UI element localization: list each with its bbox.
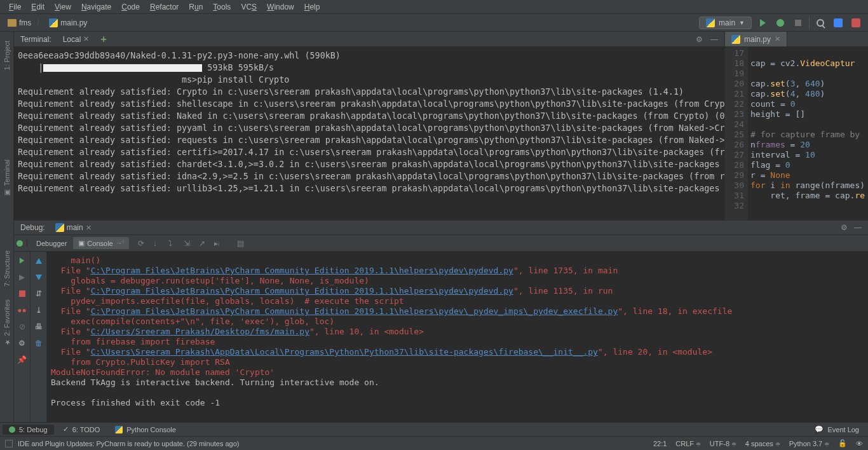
project-tool-tab[interactable]: 1: Project: [2, 37, 12, 74]
menu-refactor[interactable]: Refactor: [146, 1, 182, 13]
ide-action-1[interactable]: [831, 16, 845, 30]
run-config-selector[interactable]: main ▼: [699, 17, 752, 29]
menu-code[interactable]: Code: [118, 1, 144, 13]
editor-body[interactable]: 17181920212223242526272829303132 cap = c…: [725, 47, 868, 220]
clear-button[interactable]: 🗑: [34, 338, 44, 348]
terminal-tool-tab[interactable]: ▣ Terminal: [1, 156, 12, 201]
menu-view[interactable]: View: [51, 1, 75, 13]
favorites-tool-tab[interactable]: ★ 2: Favorites: [1, 296, 12, 350]
caret-position[interactable]: 22:1: [653, 440, 667, 447]
stop-button[interactable]: [17, 289, 27, 299]
evaluate-icon: ▤: [237, 239, 246, 248]
menu-vcs[interactable]: VCS: [237, 1, 261, 13]
print-button[interactable]: 🖶: [34, 322, 44, 332]
terminal-tab-label: Local: [63, 35, 81, 44]
minimize-icon[interactable]: —: [854, 223, 862, 232]
bug-icon: [776, 19, 784, 27]
console-output[interactable]: main() File "C:\Program Files\JetBrains\…: [47, 252, 868, 422]
close-icon[interactable]: ✕: [83, 35, 89, 43]
bottom-tab-python-console[interactable]: Python Console: [109, 425, 182, 435]
debugger-tab-button[interactable]: Debugger: [31, 238, 72, 249]
center-column: Terminal: Local ✕ + ⚙ — 0eea6eeaa9c39ddb…: [14, 32, 868, 422]
down-stack-button[interactable]: [34, 272, 44, 282]
menu-file[interactable]: File: [5, 1, 25, 13]
bottom-tab-event-log[interactable]: 💬 Event Log: [808, 424, 865, 435]
terminal-output[interactable]: 0eea6eeaa9c39ddb89a40/Naked-0.1.31-py2.p…: [14, 47, 724, 220]
step-into-icon: ↓: [153, 239, 162, 248]
progress-bar: [43, 64, 202, 72]
stop-button[interactable]: [791, 16, 805, 30]
step-over-button[interactable]: ⟳: [135, 236, 149, 250]
search-everywhere-button[interactable]: [813, 16, 827, 30]
breadcrumb-file-label: main.py: [60, 18, 87, 27]
scroll-end-button[interactable]: ⤓: [34, 305, 44, 315]
menu-tools[interactable]: Tools: [209, 1, 234, 13]
evaluate-button[interactable]: ▤: [234, 236, 248, 250]
menu-navigate[interactable]: Navigate: [78, 1, 115, 13]
debug-tab-main[interactable]: main ✕: [51, 222, 95, 233]
indent-settings[interactable]: 4 spaces ≑: [745, 440, 780, 447]
debug-body: ▶ ●● ⊘ ⚙ 📌 ⇵ ⤓ 🖶 🗑 main() File "C:\Progr…: [14, 252, 868, 422]
step-into-my-button[interactable]: ⤵: [166, 236, 180, 250]
python-file-icon: [49, 18, 58, 27]
run-to-cursor-button[interactable]: ▸ᵢ: [212, 236, 226, 250]
gear-icon[interactable]: ⚙: [696, 35, 703, 44]
rerun-button[interactable]: [17, 256, 27, 266]
breadcrumb-project-label: fms: [19, 18, 31, 27]
pin-button[interactable]: 📌: [17, 355, 27, 365]
bottom-tab-debug[interactable]: 5: Debug: [3, 425, 54, 435]
line-separator[interactable]: CRLF ≑: [675, 440, 701, 447]
terminal-header: Terminal: Local ✕ + ⚙ —: [14, 32, 724, 47]
settings-button[interactable]: ⚙: [17, 338, 27, 348]
gear-icon[interactable]: ⚙: [841, 223, 848, 232]
resume-button[interactable]: ▶: [17, 272, 27, 282]
action-icon: [851, 18, 860, 27]
status-message[interactable]: IDE and Plugin Updates: PyCharm is ready…: [18, 440, 648, 447]
play-icon: [760, 19, 766, 27]
debug-console-gutter: ⇵ ⤓ 🖶 🗑: [31, 252, 47, 422]
step-into-button[interactable]: ↓: [151, 236, 165, 250]
run-controls: main ▼: [699, 16, 863, 30]
console-tab-button[interactable]: ▣ Console →ⁱ: [73, 237, 128, 249]
breadcrumb-file[interactable]: main.py: [46, 17, 90, 29]
breadcrumb-project[interactable]: fms: [5, 17, 34, 29]
chevron-down-icon: ▼: [739, 20, 745, 26]
menu-help[interactable]: Help: [301, 1, 324, 13]
minimize-icon[interactable]: —: [710, 35, 718, 44]
force-step-button[interactable]: ⇲: [181, 236, 195, 250]
bug-icon: [17, 240, 23, 247]
terminal-tab-local[interactable]: Local ✕: [59, 34, 93, 45]
breadcrumb: fms 〉 main.py: [5, 17, 699, 29]
step-out-button[interactable]: ↗: [196, 236, 210, 250]
debug-button[interactable]: [773, 16, 787, 30]
close-icon[interactable]: ✕: [86, 224, 92, 232]
new-terminal-button[interactable]: +: [100, 34, 106, 45]
navigation-bar: fms 〉 main.py main ▼: [0, 14, 868, 32]
close-icon[interactable]: ✕: [775, 35, 780, 43]
menu-edit[interactable]: Edit: [27, 1, 48, 13]
status-icon[interactable]: [5, 440, 13, 447]
lock-icon[interactable]: 🔓: [838, 439, 847, 447]
run-button[interactable]: [756, 16, 770, 30]
view-breakpoints-button[interactable]: ●●: [17, 305, 27, 315]
menu-window[interactable]: Window: [263, 1, 298, 13]
mute-breakpoints-button[interactable]: ⊘: [17, 322, 27, 332]
editor-tabs: main.py ✕: [725, 32, 868, 47]
left-tool-window-bar: 1: Project ▣ Terminal 7: Structure ★ 2: …: [0, 32, 14, 422]
bottom-tab-todo[interactable]: ✓ 6: TODO: [57, 424, 107, 435]
python-file-icon: [731, 35, 740, 44]
status-bar: IDE and Plugin Updates: PyCharm is ready…: [0, 436, 868, 450]
menu-bar: File Edit View Navigate Code Refactor Ru…: [0, 0, 868, 14]
file-encoding[interactable]: UTF-8 ≑: [710, 440, 736, 447]
ide-action-2[interactable]: [849, 16, 863, 30]
step-into-my-icon: ⤵: [168, 239, 177, 248]
bottom-tool-bar: 5: Debug ✓ 6: TODO Python Console 💬 Even…: [0, 422, 868, 436]
code-text[interactable]: cap = cv2.VideoCaptur cap.set(3, 640) ca…: [748, 47, 868, 220]
soft-wrap-button[interactable]: ⇵: [34, 289, 44, 299]
up-stack-button[interactable]: [34, 256, 44, 266]
inspection-icon[interactable]: 👁: [856, 440, 863, 447]
structure-tool-tab[interactable]: 7: Structure: [2, 247, 12, 290]
editor-tab-main[interactable]: main.py ✕: [725, 32, 787, 46]
menu-run[interactable]: Run: [185, 1, 207, 13]
python-interpreter[interactable]: Python 3.7 ≑: [789, 440, 829, 447]
